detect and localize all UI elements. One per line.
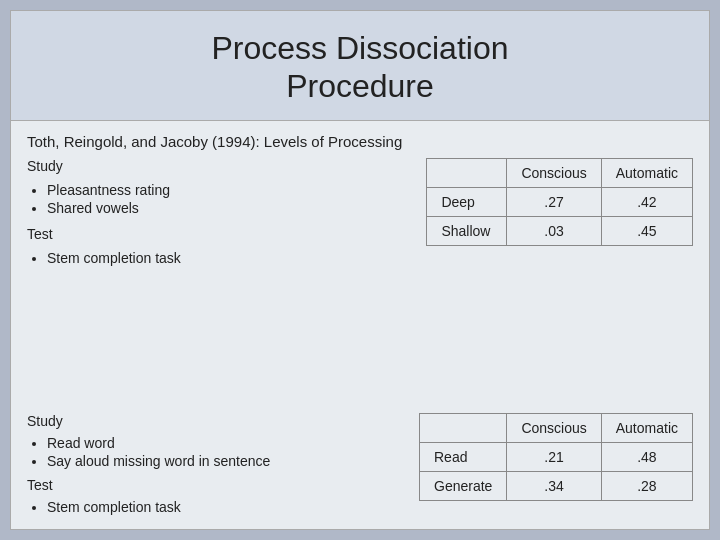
top-header-empty (427, 158, 507, 187)
top-left-col: Study Pleasantness rating Shared vowels … (27, 158, 406, 403)
title-line1: Process Dissociation (212, 30, 509, 66)
bottom-test-bullet-1: Stem completion task (47, 499, 399, 515)
top-row1-automatic: .42 (601, 187, 692, 216)
bottom-left-col: Study Read word Say aloud missing word i… (27, 413, 399, 517)
bottom-row2-automatic: .28 (601, 472, 692, 501)
bottom-row2-label: Generate (420, 472, 507, 501)
bottom-row1-conscious: .21 (507, 443, 601, 472)
bottom-right-col: Conscious Automatic Read .21 .48 Generat… (419, 413, 693, 517)
bottom-section: Study Read word Say aloud missing word i… (27, 413, 693, 517)
bottom-row2-conscious: .34 (507, 472, 601, 501)
bottom-header-empty (420, 414, 507, 443)
top-test-label: Test (27, 226, 406, 242)
title-line2: Procedure (286, 68, 434, 104)
title-box: Process Dissociation Procedure (10, 10, 710, 121)
top-row2-automatic: .45 (601, 216, 692, 245)
top-header-automatic: Automatic (601, 158, 692, 187)
table-row: Deep .27 .42 (427, 187, 693, 216)
top-study-label: Study (27, 158, 406, 174)
top-header-conscious: Conscious (507, 158, 601, 187)
table-row: Shallow .03 .45 (427, 216, 693, 245)
top-row2-conscious: .03 (507, 216, 601, 245)
bottom-row1-automatic: .48 (601, 443, 692, 472)
bottom-test-bullets: Stem completion task (47, 499, 399, 517)
top-table: Conscious Automatic Deep .27 .42 Shallow… (426, 158, 693, 246)
content-box: Toth, Reingold, and Jacoby (1994): Level… (10, 121, 710, 530)
page-container: Process Dissociation Procedure Toth, Rei… (0, 0, 720, 540)
top-test-bullets: Stem completion task (47, 250, 406, 268)
bottom-bullet-2: Say aloud missing word in sentence (47, 453, 399, 469)
top-row2-label: Shallow (427, 216, 507, 245)
bottom-header-automatic: Automatic (601, 414, 692, 443)
top-section: Study Pleasantness rating Shared vowels … (27, 158, 693, 403)
bottom-table: Conscious Automatic Read .21 .48 Generat… (419, 413, 693, 501)
bottom-row1-label: Read (420, 443, 507, 472)
bottom-bullet-1: Read word (47, 435, 399, 451)
table-row: Read .21 .48 (420, 443, 693, 472)
bottom-study-label: Study (27, 413, 399, 429)
top-study-bullets: Pleasantness rating Shared vowels (47, 182, 406, 218)
table-row: Conscious Automatic (427, 158, 693, 187)
top-test-bullet-1: Stem completion task (47, 250, 406, 266)
top-row1-conscious: .27 (507, 187, 601, 216)
bottom-test-label: Test (27, 477, 399, 493)
bottom-header-conscious: Conscious (507, 414, 601, 443)
bottom-study-bullets: Read word Say aloud missing word in sent… (47, 435, 399, 471)
top-bullet-2: Shared vowels (47, 200, 406, 216)
table-row: Conscious Automatic (420, 414, 693, 443)
top-row1-label: Deep (427, 187, 507, 216)
page-title: Process Dissociation Procedure (21, 29, 699, 106)
subtitle-text: Toth, Reingold, and Jacoby (1994): Level… (27, 133, 693, 150)
top-right-col: Conscious Automatic Deep .27 .42 Shallow… (426, 158, 693, 403)
table-row: Generate .34 .28 (420, 472, 693, 501)
top-bullet-1: Pleasantness rating (47, 182, 406, 198)
